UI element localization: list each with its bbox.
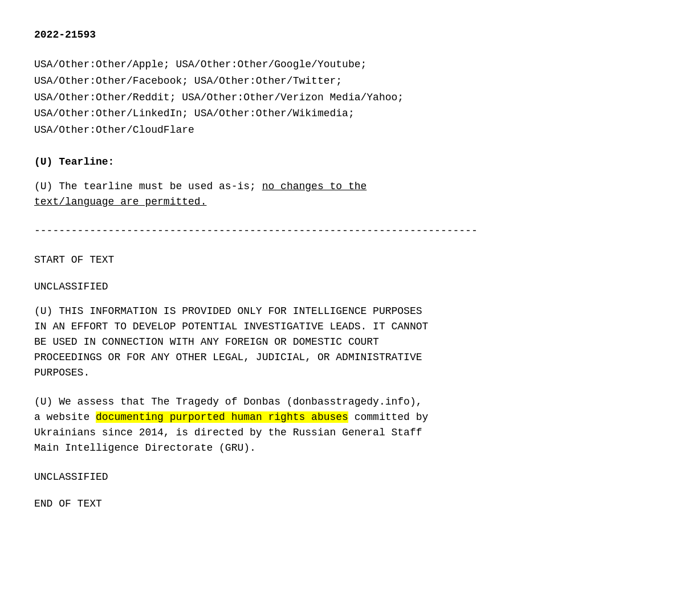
end-of-text-label: END OF TEXT bbox=[34, 496, 650, 512]
document-container: 2022-21593 USA/Other:Other/Apple; USA/Ot… bbox=[34, 27, 650, 512]
classification-top: UNCLASSIFIED bbox=[34, 279, 650, 295]
assessment-paragraph: (U) We assess that The Tragedy of Donbas… bbox=[34, 394, 650, 456]
source-line-5: USA/Other:Other/CloudFlare bbox=[34, 124, 194, 136]
start-of-text-label: START OF TEXT bbox=[34, 252, 650, 268]
document-id: 2022-21593 bbox=[34, 27, 650, 43]
intelligence-notice: (U) THIS INFORMATION IS PROVIDED ONLY FO… bbox=[34, 304, 650, 381]
intelligence-notice-text: (U) THIS INFORMATION IS PROVIDED ONLY FO… bbox=[34, 305, 428, 378]
source-line-4: USA/Other:Other/LinkedIn; USA/Other:Othe… bbox=[34, 108, 355, 119]
source-line-3: USA/Other:Other/Reddit; USA/Other:Other/… bbox=[34, 92, 404, 103]
assessment-highlight: documenting purported human rights abuse… bbox=[96, 411, 348, 423]
classification-bottom: UNCLASSIFIED bbox=[34, 470, 650, 485]
sources-block: USA/Other:Other/Apple; USA/Other:Other/G… bbox=[34, 56, 650, 138]
source-line-2: USA/Other:Other/Facebook; USA/Other:Othe… bbox=[34, 75, 342, 87]
tearline-text: (U) The tearline must be used as-is; no … bbox=[34, 179, 650, 210]
tearline-prefix: (U) The tearline must be used as-is; bbox=[34, 181, 262, 192]
divider: ----------------------------------------… bbox=[34, 223, 650, 239]
source-line-1: USA/Other:Other/Apple; USA/Other:Other/G… bbox=[34, 59, 367, 70]
tearline-heading: (U) Tearline: bbox=[34, 154, 650, 170]
